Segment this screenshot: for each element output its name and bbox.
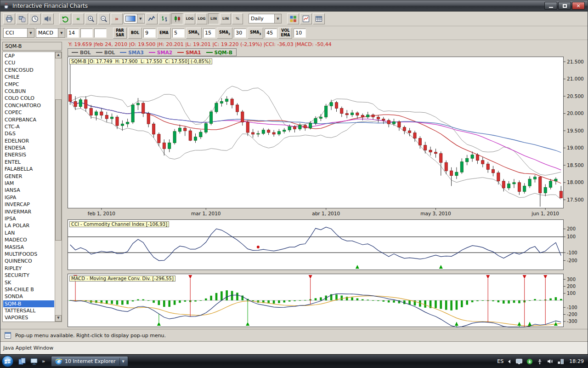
symbol-list-item[interactable]: ENERSIS bbox=[3, 151, 54, 158]
rewind-button[interactable]: « bbox=[72, 13, 84, 24]
log-scale-y-button[interactable]: LOG bbox=[184, 13, 195, 24]
symbol-list-item[interactable]: D&S bbox=[3, 130, 54, 137]
sma3-button[interactable]: SMA3 bbox=[248, 28, 263, 39]
symbol-list-item[interactable]: CHILE bbox=[3, 74, 54, 80]
symbol-list-item[interactable]: EDELNOR bbox=[3, 138, 54, 144]
symbol-list-item[interactable]: INVERCAP bbox=[3, 201, 54, 208]
symbol-list-item[interactable]: CTC-A bbox=[3, 123, 54, 130]
indicator-param3-input[interactable] bbox=[94, 29, 107, 38]
main-chart-svg[interactable]: 21.50021.00020.50020.00019.50019.00018.5… bbox=[68, 57, 587, 218]
cci-panel[interactable]: 200100-100-200 CCI - Commodity Channel I… bbox=[68, 219, 587, 271]
quicklaunch-show-desktop-button[interactable] bbox=[30, 357, 39, 366]
chart-window-button[interactable] bbox=[300, 13, 312, 24]
undo-button[interactable] bbox=[59, 13, 71, 24]
line-color-select[interactable]: ▼ bbox=[124, 14, 145, 23]
quicklaunch-flip3d-button[interactable] bbox=[18, 357, 27, 366]
volume-ema-button[interactable]: VOL EMA bbox=[278, 28, 292, 39]
candlestick-chart-button[interactable] bbox=[171, 13, 183, 24]
symbol-list-item[interactable]: COLBUN bbox=[3, 88, 54, 95]
forward-button[interactable]: » bbox=[111, 13, 123, 24]
symbol-list-item[interactable]: IAM bbox=[3, 180, 54, 187]
symbol-list-item[interactable]: IPSA bbox=[3, 215, 54, 222]
symbol-list-item[interactable]: RIPLEY bbox=[3, 265, 54, 272]
scrollbar-track[interactable] bbox=[55, 58, 62, 315]
display-icon[interactable] bbox=[515, 358, 523, 365]
close-button[interactable]: × bbox=[572, 2, 585, 10]
volume-icon[interactable] bbox=[547, 358, 554, 364]
log-scale-x-button[interactable]: LOG bbox=[196, 13, 207, 24]
scroll-down-button[interactable]: ▼ bbox=[55, 315, 62, 322]
sma2-button[interactable]: SMA2 bbox=[217, 28, 232, 39]
period-select[interactable]: Daily ▼ bbox=[249, 14, 282, 23]
zoom-in-button[interactable] bbox=[85, 13, 97, 24]
symbol-list-item[interactable]: GENER bbox=[3, 173, 54, 180]
ema-button[interactable]: EMA bbox=[157, 28, 171, 39]
language-indicator[interactable]: ES bbox=[497, 358, 503, 364]
symbol-list-scrollbar[interactable]: ▲ ▼ bbox=[55, 52, 62, 322]
symbol-list-item[interactable]: ENDESA bbox=[3, 144, 54, 151]
hide-icons-chevron[interactable] bbox=[507, 359, 512, 364]
symbol-list-item[interactable]: LAN bbox=[3, 230, 54, 236]
refresh-timer-button[interactable] bbox=[29, 13, 41, 24]
ohlc-chart-button[interactable] bbox=[158, 13, 170, 24]
symbol-list-item[interactable]: COPEC bbox=[3, 109, 54, 116]
indicator1-select[interactable]: CCI ▼ bbox=[3, 28, 34, 38]
symbol-list-item[interactable]: IGPA bbox=[3, 194, 54, 201]
symbol-list-item[interactable]: CAP bbox=[3, 52, 54, 59]
symbol-list-item[interactable]: QUINENCO bbox=[3, 258, 54, 264]
symbol-list-item[interactable]: SQM-B bbox=[3, 300, 54, 307]
symbol-list-item[interactable]: MASISA bbox=[3, 244, 54, 251]
sound-button[interactable] bbox=[42, 13, 54, 24]
minimize-button[interactable] bbox=[544, 2, 557, 10]
symbol-list-item[interactable]: MADECO bbox=[3, 236, 54, 243]
network-icon[interactable] bbox=[557, 358, 564, 364]
percent-scale-button[interactable]: % bbox=[232, 13, 243, 24]
symbol-list-item[interactable]: FALABELLA bbox=[3, 166, 54, 172]
symbol-list-item[interactable]: CCU bbox=[3, 59, 54, 66]
symbol-list-item[interactable]: CONCHATORO bbox=[3, 102, 54, 109]
symbol-list-item[interactable]: VAPORES bbox=[3, 314, 54, 321]
ema-period-input[interactable] bbox=[172, 29, 185, 38]
symbol-list-item[interactable]: CENCOSUD bbox=[3, 67, 54, 74]
symbol-list-item[interactable]: SECURITY bbox=[3, 272, 54, 279]
bollinger-period-input[interactable] bbox=[143, 29, 156, 38]
volume-ema-period-input[interactable] bbox=[294, 29, 306, 38]
bollinger-button[interactable]: BOL bbox=[128, 28, 142, 39]
update-icon[interactable] bbox=[526, 358, 533, 365]
scrollbar-thumb[interactable] bbox=[55, 99, 62, 241]
symbol-list-item[interactable]: INVERMAR bbox=[3, 208, 54, 215]
sma3-period-input[interactable] bbox=[265, 29, 277, 38]
taskbar-ie-group-button[interactable]: e 10 Internet Explorer ▼ bbox=[51, 356, 128, 367]
symbol-list-item[interactable]: SK bbox=[3, 279, 54, 286]
sma1-period-input[interactable] bbox=[203, 29, 215, 38]
symbol-list-item[interactable]: SONDA bbox=[3, 293, 54, 300]
symbol-list-item[interactable]: LA POLAR bbox=[3, 222, 54, 229]
scroll-up-button[interactable]: ▲ bbox=[55, 52, 62, 58]
indicator1-period-input[interactable] bbox=[67, 29, 79, 38]
symbol-list-item[interactable]: MULTIFOODS bbox=[3, 251, 54, 258]
zoom-out-button[interactable] bbox=[98, 13, 110, 24]
data-table-button[interactable] bbox=[313, 13, 325, 24]
symbol-list-item[interactable]: COLO COLO bbox=[3, 95, 54, 102]
sma1-button[interactable]: SMA1 bbox=[186, 28, 202, 39]
indicator2-select[interactable]: MACD ▼ bbox=[36, 28, 65, 38]
symbol-list-item[interactable]: SM-CHILE B bbox=[3, 286, 54, 293]
maximize-button[interactable] bbox=[558, 2, 571, 10]
start-button[interactable] bbox=[1, 355, 14, 368]
sma2-period-input[interactable] bbox=[234, 29, 246, 38]
macd-panel[interactable]: 300200100-100-200-300 MACD - Moving Aver… bbox=[68, 274, 587, 328]
lin-scale-x-button[interactable]: LIN bbox=[220, 13, 231, 24]
symbol-list-item[interactable]: TATTERSALL bbox=[3, 307, 54, 314]
quicklaunch-expand-button[interactable]: » bbox=[42, 358, 45, 364]
safely-remove-icon[interactable] bbox=[537, 358, 543, 365]
taskbar-clock[interactable]: 18:29 bbox=[569, 358, 584, 364]
page-setup-button[interactable] bbox=[16, 13, 28, 24]
symbol-list-item[interactable]: ENTEL bbox=[3, 159, 54, 166]
indicator-param2-input[interactable] bbox=[80, 29, 93, 38]
parabolic-sar-button[interactable]: PAR SAR bbox=[113, 28, 127, 39]
macd-chart-svg[interactable]: 300200100-100-200-300 bbox=[68, 274, 587, 328]
symbol-list-item[interactable]: CMPC bbox=[3, 81, 54, 88]
symbol-list-item[interactable]: CORPBANCA bbox=[3, 116, 54, 123]
print-button[interactable] bbox=[3, 13, 15, 24]
lin-scale-y-button[interactable]: LIN bbox=[208, 13, 219, 24]
